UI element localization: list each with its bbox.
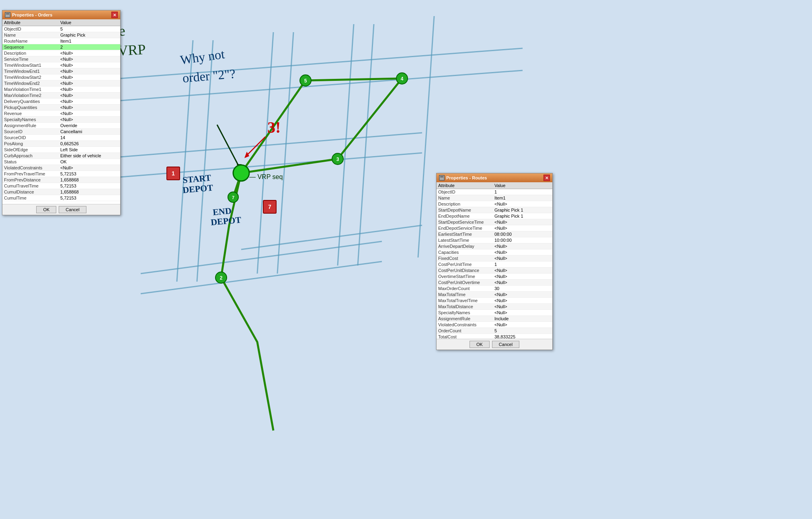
routes-table-container[interactable]: Attribute Value ObjectID1NameItem1Descri… [437,182,552,339]
table-row: CumulTravelTime5,72153 [2,183,120,189]
table-row: Description<Null> [437,201,552,207]
table-row: CumulDistance1,658868 [2,189,120,195]
table-row: OrderCount5 [437,328,552,334]
routes-cancel-button[interactable]: Cancel [492,341,519,348]
table-row: AssignmentRuleInclude [437,316,552,322]
orders-window-icon [5,12,10,18]
orders-window-content: Attribute Value ObjectID5NameGraphic Pic… [2,19,120,215]
table-row: MaxViolationTime1<Null> [2,86,120,93]
table-row: TimeWindowStart2<Null> [2,74,120,80]
svg-text:1: 1 [172,170,175,177]
table-row: Revenue<Null> [2,111,120,117]
svg-text:4: 4 [401,76,404,82]
routes-close-button[interactable]: ✕ [543,175,550,181]
table-row: ViolatedConstraints<Null> [2,165,120,171]
table-row: FixedCost<Null> [437,255,552,262]
table-row: SpecialtyNames<Null> [2,117,120,123]
orders-properties-window: Properties - Orders ✕ Attribute Value Ob… [2,10,121,215]
svg-line-2 [121,133,422,157]
map-svg: 1 2 3 4 5 7 7 Sequence given by VRP Why … [0,0,812,519]
table-row: NameItem1 [437,195,552,201]
table-row: AssignmentRuleOverride [2,123,120,129]
table-row: MaxTotalTime<Null> [437,292,552,298]
table-row: Capacities<Null> [437,249,552,255]
orders-cancel-button[interactable]: Cancel [59,206,86,213]
table-row: CumulTime5,72153 [2,195,120,201]
table-row: StartDepotNameGraphic Pick 1 [437,207,552,213]
routes-window-title: Properties - Routes [446,175,487,180]
table-row: CostPerUnitOvertime<Null> [437,280,552,286]
table-row: ObjectID1 [437,189,552,195]
table-row: OvertimeStartTime<Null> [437,274,552,280]
table-row: CurbApproachEither side of vehicle [2,153,120,159]
svg-text:— VRP seq: — VRP seq [249,173,283,180]
orders-val-header: Value [59,19,120,26]
svg-text:DEPOT: DEPOT [210,214,242,227]
orders-attr-header: Attribute [2,19,59,26]
table-row: MaxTotalTravelTime<Null> [437,298,552,304]
orders-table-container[interactable]: Attribute Value ObjectID5NameGraphic Pic… [2,19,120,204]
table-row: ArriveDepartDelay<Null> [437,243,552,249]
routes-val-header: Value [493,182,552,189]
orders-titlebar: Properties - Orders ✕ [2,10,120,19]
svg-line-1 [121,70,523,101]
svg-marker-17 [244,152,249,158]
svg-text:DEPOT: DEPOT [182,182,213,195]
table-row: ServiceTime<Null> [2,56,120,62]
table-row: StartDepotServiceTime<Null> [437,219,552,225]
map-area: 1 2 3 4 5 7 7 Sequence given by VRP Why … [0,0,812,519]
svg-text:7: 7 [232,195,234,200]
table-row: Description<Null> [2,50,120,56]
table-row: TimeWindowEnd1<Null> [2,68,120,74]
svg-line-14 [217,125,239,167]
table-row: FromPrevDistance1,658868 [2,177,120,183]
table-row: MaxOrderCount30 [437,286,552,292]
svg-text:3: 3 [336,157,339,162]
table-row: TimeWindowStart1<Null> [2,62,120,68]
svg-line-4 [241,225,422,249]
routes-window-icon [439,175,445,181]
routes-ok-button[interactable]: OK [470,341,490,348]
routes-attr-header: Attribute [437,182,493,189]
svg-line-11 [418,16,434,257]
table-row: DeliveryQuantities<Null> [2,99,120,105]
svg-text:Why not: Why not [179,47,226,67]
svg-text:7: 7 [268,204,271,210]
svg-text:order "2"?: order "2"? [182,66,236,85]
svg-rect-44 [6,13,9,14]
table-row: NameGraphic Pick [2,32,120,38]
table-row: StatusOK [2,159,120,165]
routes-window-content: Attribute Value ObjectID1NameItem1Descri… [437,182,552,350]
routes-titlebar: Properties - Routes ✕ [437,173,552,182]
orders-properties-table: Attribute Value ObjectID5NameGraphic Pic… [2,19,120,201]
svg-text:3!: 3! [267,118,281,136]
table-row: SourceIDCancellami [2,129,120,135]
routes-window-footer: OK Cancel [437,339,552,350]
table-row: SourceOID14 [2,135,120,141]
routes-properties-table: Attribute Value ObjectID1NameItem1Descri… [437,182,552,339]
svg-line-9 [338,24,354,266]
svg-rect-46 [440,176,443,177]
svg-point-18 [233,165,249,181]
table-row: MaxTotalDistance<Null> [437,304,552,310]
orders-ok-button[interactable]: OK [36,206,56,213]
table-row: CostPerUnitTime1 [437,262,552,268]
table-row: LatestStartTime10:00:00 [437,237,552,243]
table-row: SpecialtyNames<Null> [437,310,552,316]
svg-text:5: 5 [304,78,307,84]
svg-text:2: 2 [220,275,223,281]
table-row: PickupQuantities<Null> [2,105,120,111]
orders-close-button[interactable]: ✕ [111,12,118,18]
table-row: MaxViolationTime2<Null> [2,93,120,99]
table-row: EndDepotNameGraphic Pick 1 [437,213,552,219]
table-row: PosAlong0,662526 [2,141,120,147]
table-row: ViolatedConstraints<Null> [437,322,552,328]
table-row: RouteNameItem1 [2,38,120,44]
table-row: TimeWindowEnd2<Null> [2,80,120,86]
table-row: CostPerUnitDistance<Null> [437,268,552,274]
table-row: EarliestStartTime08:00:00 [437,231,552,237]
svg-line-8 [277,32,293,274]
orders-window-footer: OK Cancel [2,204,120,215]
table-row: EndDepotServiceTime<Null> [437,225,552,231]
table-row: TotalCost38,833225 [437,334,552,339]
